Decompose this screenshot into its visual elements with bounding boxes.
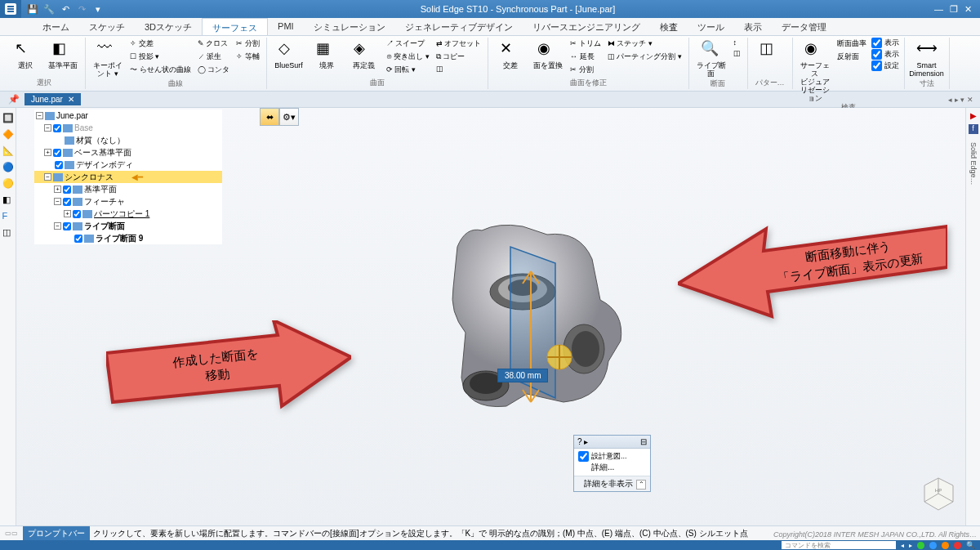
tool-icon[interactable]: ◫	[2, 227, 14, 239]
ribbon-tab[interactable]: 3Dスケッチ	[135, 18, 202, 35]
dimension-value[interactable]: 38.00 mm	[497, 369, 548, 382]
dropdown-icon[interactable]: ▾	[91, 2, 105, 16]
ribbon-checkbox[interactable]: 設定	[871, 60, 899, 71]
panel-header[interactable]: ? ▸⊟	[574, 436, 650, 449]
visibility-checkbox[interactable]	[53, 124, 61, 132]
tree-node[interactable]: −Base	[34, 122, 222, 134]
ribbon-small-button[interactable]: ⟳ 回転 ▾	[385, 64, 431, 76]
youtube-icon[interactable]: ▶	[970, 111, 977, 120]
design-intent-checkbox[interactable]: 設計意図...	[578, 451, 646, 462]
ribbon-small-button[interactable]: ↔ 延長	[568, 51, 603, 63]
move-tool-button[interactable]: ⬌	[260, 108, 279, 126]
ribbon-tab[interactable]: ホーム	[33, 18, 79, 35]
tree-node[interactable]: +パーツコピー 1	[34, 208, 222, 220]
ribbon-tab[interactable]: スケッチ	[79, 18, 135, 35]
ribbon-small-button[interactable]: ◫ パーティング分割 ▾	[606, 51, 684, 63]
tree-node[interactable]: −フィーチャ	[34, 195, 222, 208]
ribbon-button[interactable]: ↖選択	[8, 38, 42, 70]
ribbon-button[interactable]: ◧基準平面	[46, 38, 80, 70]
view-cube[interactable]: HP	[920, 476, 957, 512]
visibility-checkbox[interactable]	[63, 198, 71, 206]
document-tab[interactable]: June.par✕	[24, 93, 81, 105]
save-icon[interactable]: 💾	[26, 2, 39, 16]
restore-button[interactable]: ❐	[950, 4, 958, 15]
tree-node[interactable]: −ライブ断面	[34, 220, 222, 232]
tree-node[interactable]: +基準平面	[34, 183, 222, 195]
ribbon-small-button[interactable]: ⟋ 派生	[196, 51, 232, 63]
ribbon-small-button[interactable]: ✧ 交差	[128, 38, 193, 50]
minimize-button[interactable]: —	[934, 4, 943, 15]
ribbon-small-button[interactable]: ☐ 投影 ▾	[128, 51, 193, 63]
tree-node[interactable]: ライブ断面 9	[34, 232, 222, 244]
ribbon-checkbox[interactable]: 表示	[871, 49, 899, 60]
pin-icon[interactable]: 📌	[8, 94, 20, 105]
visibility-checkbox[interactable]	[55, 161, 63, 169]
expander-icon[interactable]: +	[54, 186, 61, 193]
nav-icon[interactable]: ◂	[901, 542, 904, 549]
tool-icon[interactable]: 🔧	[42, 2, 56, 16]
tool-icon[interactable]: 🔵	[2, 162, 14, 173]
collapse-icon[interactable]: ⌃	[636, 480, 646, 490]
ribbon-tab[interactable]: サーフェス	[202, 18, 268, 35]
ribbon-button[interactable]: ⟷SmartDimension	[910, 38, 944, 78]
visibility-checkbox[interactable]	[63, 186, 71, 194]
expander-icon[interactable]: −	[44, 124, 51, 132]
expander-icon[interactable]: −	[54, 198, 61, 205]
visibility-checkbox[interactable]	[74, 235, 82, 243]
ribbon-button[interactable]: ◉サーフェスビジュアリゼーション	[798, 38, 832, 102]
ribbon-small-button[interactable]: ◯ コンタ	[196, 64, 232, 76]
hide-details-button[interactable]: 詳細を非表示	[584, 479, 633, 488]
visibility-checkbox[interactable]	[73, 210, 81, 218]
tree-node[interactable]: −June.par	[34, 110, 222, 122]
status-dot[interactable]	[954, 542, 961, 549]
ribbon-button[interactable]: ◈再定義	[347, 38, 381, 70]
status-dot[interactable]	[929, 542, 937, 549]
ribbon-small-button[interactable]: ⧓ ステッチ ▾	[606, 38, 684, 50]
expander-icon[interactable]: −	[36, 112, 43, 119]
tree-node[interactable]: −シンクロナス◀━	[34, 171, 222, 183]
ribbon-button[interactable]: ◫	[753, 38, 787, 62]
ribbon-button[interactable]: ◇BlueSurf	[272, 38, 306, 70]
ribbon-small-button[interactable]: ✂ 分割	[234, 38, 261, 50]
nav-icon[interactable]: ▸	[909, 542, 912, 549]
ribbon-tab[interactable]: データ管理	[772, 18, 836, 35]
options-button[interactable]: ⚙▾	[279, 108, 299, 126]
tree-node[interactable]: 材質（なし）	[34, 134, 222, 146]
ribbon-small-button[interactable]: ✧ 等輔	[234, 51, 261, 63]
tree-node[interactable]: +ベース基準平面	[34, 146, 222, 159]
ribbon-small-button[interactable]: ⇄ オフセット	[434, 38, 483, 50]
ribbon-small-button[interactable]: ◫	[434, 64, 483, 74]
ribbon-small-button[interactable]: ↗ スイープ	[385, 38, 431, 50]
tool-icon[interactable]: 📐	[2, 145, 14, 157]
ribbon-button[interactable]: 🔍ライブ断面	[694, 38, 728, 78]
ribbon-button[interactable]: ▦境界	[310, 38, 344, 70]
close-button[interactable]: ✕	[964, 4, 972, 15]
tool-icon[interactable]: 🔶	[2, 129, 14, 141]
visibility-checkbox[interactable]	[63, 222, 71, 230]
tree-node[interactable]: デザインボディ	[34, 159, 222, 171]
ribbon-tab[interactable]: ツール	[688, 18, 734, 35]
ribbon-small-button[interactable]: ✎ クロス	[196, 38, 232, 50]
ribbon-tab[interactable]: リバースエンジニアリング	[523, 18, 650, 35]
undo-icon[interactable]: ↶	[59, 2, 72, 16]
app-menu-button[interactable]	[0, 0, 21, 18]
tool-icon[interactable]: ◧	[2, 195, 14, 206]
expander-icon[interactable]: −	[54, 222, 61, 230]
ribbon-button[interactable]: 〰キーポイント ▾	[91, 38, 125, 78]
ribbon-small-button[interactable]: ◫	[732, 48, 742, 58]
expander-icon[interactable]: −	[44, 173, 51, 181]
ribbon-checkbox[interactable]: 表示	[871, 38, 899, 48]
expander-icon[interactable]: +	[44, 149, 51, 156]
tool-icon[interactable]: F	[2, 211, 14, 222]
ribbon-tab[interactable]: シミュレーション	[304, 18, 395, 35]
command-search-input[interactable]: コマンドを検索	[782, 541, 896, 549]
ribbon-tab[interactable]: 表示	[734, 18, 772, 35]
ribbon-tab[interactable]: ジェネレーティブデザイン	[395, 18, 523, 35]
close-tab-icon[interactable]: ✕	[68, 95, 74, 104]
ribbon-small-button[interactable]: ⧉ コピー	[434, 51, 483, 63]
ribbon-small-button[interactable]: ✂ 分割	[568, 64, 603, 76]
ribbon-small-button[interactable]: ↕	[732, 38, 742, 47]
ribbon-tab[interactable]: 検査	[650, 18, 688, 35]
visibility-checkbox[interactable]	[53, 149, 61, 157]
redo-icon[interactable]: ↷	[75, 2, 88, 16]
